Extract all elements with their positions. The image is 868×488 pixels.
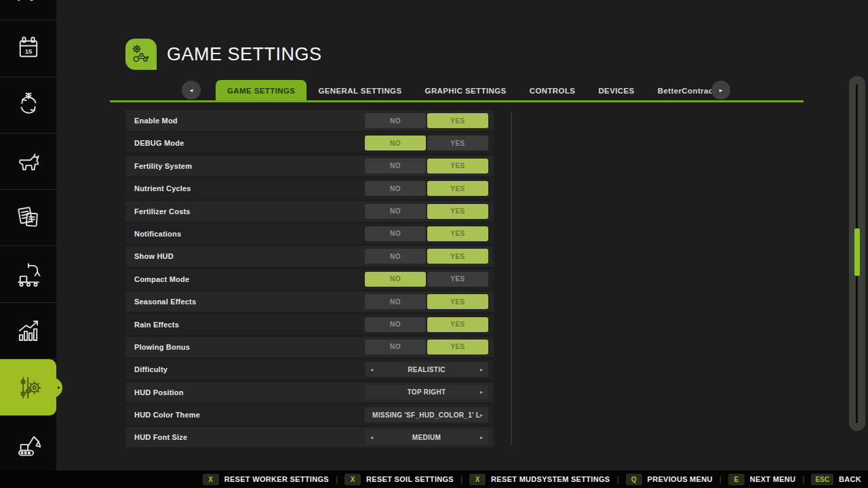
setting-row-debug-mode: DEBUG ModeNOYES — [125, 133, 494, 153]
yes-button-compact-mode[interactable]: YES — [427, 272, 488, 287]
contracts-icon — [14, 203, 43, 232]
setting-label: Nutrient Cycles — [134, 184, 191, 192]
setting-label: Rain Effects — [134, 321, 179, 329]
footer-separator: | — [336, 474, 338, 484]
no-button-debug-mode[interactable]: NO — [365, 136, 426, 150]
yes-button-enable-mod[interactable]: YES — [427, 113, 488, 128]
tab-graphic-settings[interactable]: GRAPHIC SETTINGS — [414, 80, 518, 102]
key-badge: X — [344, 474, 361, 485]
setting-row-hud-color-theme: HUD Color ThemeMISSING 'SF_HUD_COLOR_1' … — [125, 405, 494, 425]
selector-left-arrow[interactable]: ◂ — [366, 362, 377, 377]
selector-right-arrow[interactable]: ▸ — [476, 407, 487, 422]
tabs-prev-arrow-button[interactable]: ◂ — [182, 81, 201, 100]
setting-row-rain-effects: Rain EffectsNOYES — [125, 314, 494, 335]
toggle-seasonal-effects: NOYES — [365, 294, 488, 309]
setting-label: Fertility System — [134, 162, 192, 170]
yes-button-debug-mode[interactable]: YES — [427, 136, 488, 150]
sidebar: 15▸ — [0, 0, 56, 470]
toggle-fertility-system: NOYES — [365, 159, 488, 174]
sidebar-item-construction[interactable] — [0, 415, 56, 472]
page-header: GAME SETTINGS — [125, 39, 322, 70]
sidebar-item-map[interactable] — [0, 0, 56, 20]
yes-button-nutrient-cycles[interactable]: YES — [427, 181, 488, 196]
selector-right-arrow[interactable]: ▸ — [476, 362, 487, 377]
setting-row-hud-position: HUD PositionTOP RIGHT▸ — [125, 382, 494, 403]
toggle-debug-mode: NOYES — [365, 136, 488, 150]
yes-button-fertilizer-costs[interactable]: YES — [427, 204, 488, 219]
page-scrollbar-thumb[interactable] — [854, 228, 860, 276]
sidebar-item-crop-rotation[interactable] — [0, 77, 56, 134]
key-badge: X — [469, 474, 486, 485]
selector-value: REALISTIC — [408, 366, 445, 373]
setting-row-hud-font-size: HUD Font Size◂MEDIUM▸ — [125, 427, 494, 447]
setting-row-seasonal-effects: Seasonal EffectsNOYES — [125, 291, 494, 312]
no-button-enable-mod[interactable]: NO — [365, 113, 426, 128]
selector-right-arrow[interactable]: ▸ — [476, 430, 487, 445]
footer-action-back[interactable]: ESCBACK — [811, 474, 861, 485]
yes-button-seasonal-effects[interactable]: YES — [427, 294, 488, 309]
selector-hud-font-size[interactable]: ◂MEDIUM▸ — [365, 430, 488, 445]
construction-icon — [14, 430, 43, 458]
selector-left-arrow[interactable]: ◂ — [366, 430, 377, 445]
toggle-notifications: NOYES — [365, 226, 488, 241]
tab-underline — [110, 100, 804, 102]
no-button-nutrient-cycles[interactable]: NO — [365, 181, 426, 196]
sidebar-item-contracts[interactable] — [0, 190, 56, 246]
tab-game-settings[interactable]: GAME SETTINGS — [216, 80, 307, 102]
toggle-rain-effects: NOYES — [365, 317, 488, 332]
yes-button-notifications[interactable]: YES — [427, 226, 488, 241]
sidebar-item-production[interactable] — [0, 246, 56, 302]
tab-controls[interactable]: CONTROLS — [518, 80, 587, 102]
toggle-plowing-bonus: NOYES — [365, 340, 488, 354]
setting-label: Difficulty — [134, 365, 167, 373]
setting-label: HUD Color Theme — [134, 411, 200, 419]
sidebar-active-bump: ▸ — [50, 378, 62, 398]
statistics-icon — [14, 317, 43, 345]
setting-label: Notifications — [134, 230, 181, 238]
no-button-rain-effects[interactable]: NO — [365, 317, 426, 332]
key-badge: ESC — [811, 474, 833, 485]
key-badge: X — [203, 474, 219, 485]
no-button-compact-mode[interactable]: NO — [365, 272, 426, 287]
footer-separator: | — [802, 474, 804, 484]
yes-button-show-hud[interactable]: YES — [427, 249, 488, 264]
setting-row-notifications: NotificationsNOYES — [125, 224, 494, 244]
no-button-show-hud[interactable]: NO — [365, 249, 426, 264]
footer-action-next-menu[interactable]: ENEXT MENU — [728, 474, 795, 485]
no-button-fertilizer-costs[interactable]: NO — [365, 204, 426, 219]
toggle-nutrient-cycles: NOYES — [365, 181, 488, 196]
selector-hud-color-theme[interactable]: MISSING 'SF_HUD_COLOR_1' L..▸ — [365, 407, 488, 422]
panel-scrollbar-track[interactable] — [511, 112, 512, 445]
no-button-seasonal-effects[interactable]: NO — [365, 294, 426, 309]
tab-devices[interactable]: DEVICES — [587, 80, 646, 102]
tab-general-settings[interactable]: GENERAL SETTINGS — [307, 80, 413, 102]
sidebar-item-statistics[interactable] — [0, 303, 56, 359]
footer-action-reset-mudsystem-settings[interactable]: XRESET MUDSYSTEM SETTINGS — [469, 474, 610, 485]
yes-button-fertility-system[interactable]: YES — [427, 159, 488, 174]
sidebar-item-calendar[interactable]: 15 — [0, 20, 56, 77]
footer-separator: | — [719, 474, 722, 484]
setting-row-plowing-bonus: Plowing BonusNOYES — [125, 337, 494, 357]
footer-separator: | — [616, 474, 618, 484]
footer-action-label: NEXT MENU — [750, 475, 795, 483]
setting-label: HUD Position — [134, 388, 184, 396]
tab-bar: GAME SETTINGSGENERAL SETTINGSGRAPHIC SET… — [216, 80, 732, 102]
yes-button-plowing-bonus[interactable]: YES — [427, 340, 488, 354]
footer-action-previous-menu[interactable]: QPREVIOUS MENU — [626, 474, 713, 485]
selector-difficulty[interactable]: ◂REALISTIC▸ — [365, 362, 488, 377]
footer-action-reset-worker-settings[interactable]: XRESET WORKER SETTINGS — [203, 474, 329, 485]
sidebar-item-animals[interactable] — [0, 134, 56, 190]
no-button-fertility-system[interactable]: NO — [365, 159, 426, 174]
yes-button-rain-effects[interactable]: YES — [427, 317, 488, 332]
footer-action-reset-soil-settings[interactable]: XRESET SOIL SETTINGS — [344, 474, 454, 485]
setting-row-compact-mode: Compact ModeNOYES — [125, 269, 494, 289]
setting-row-nutrient-cycles: Nutrient CyclesNOYES — [125, 178, 494, 199]
setting-row-fertilizer-costs: Fertilizer CostsNOYES — [125, 201, 494, 222]
selector-right-arrow[interactable]: ▸ — [476, 385, 487, 400]
selector-hud-position[interactable]: TOP RIGHT▸ — [365, 385, 488, 400]
sidebar-item-settings[interactable]: ▸ — [0, 359, 56, 415]
settings-panel: Enable ModNOYESDEBUG ModeNOYESFertility … — [125, 110, 494, 450]
no-button-notifications[interactable]: NO — [365, 226, 426, 241]
no-button-plowing-bonus[interactable]: NO — [365, 340, 426, 354]
tabs-next-arrow-button[interactable]: ▸ — [711, 81, 730, 100]
